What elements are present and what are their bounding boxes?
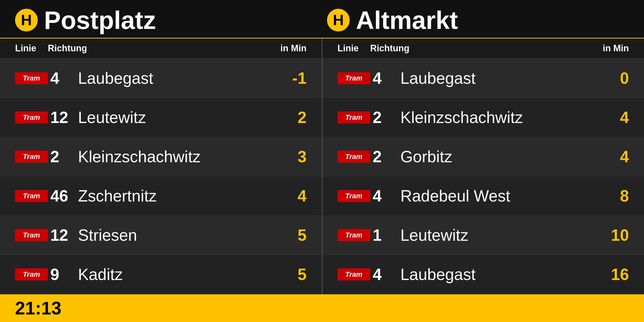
direction: Kleinzschachwitz xyxy=(400,108,589,127)
line-number: 4 xyxy=(370,187,400,205)
minutes: 0 xyxy=(589,69,629,88)
tram-badge: Tram xyxy=(15,229,48,241)
line-number: 9 xyxy=(48,265,78,284)
table-row: Tram 46 Zschertnitz 4 xyxy=(0,177,322,216)
tram-badge: Tram xyxy=(15,190,48,202)
station-header-altmarkt: H Altmarkt xyxy=(327,8,629,33)
table-row: Tram 9 Kaditz 5 xyxy=(0,255,322,294)
tram-badge: Tram xyxy=(338,229,370,241)
direction: Laubegast xyxy=(78,69,266,88)
main-container: H Postplatz H Altmarkt Linie Richtung in… xyxy=(0,0,644,322)
col-richtung-postplatz: Richtung xyxy=(48,43,78,54)
table-row: Tram 4 Radebeul West 8 xyxy=(323,177,644,216)
table-header-altmarkt: Linie Richtung in Min xyxy=(323,38,644,59)
line-number: 4 xyxy=(48,69,78,88)
line-number: 12 xyxy=(48,226,78,245)
table-row: Tram 4 Laubegast 16 xyxy=(323,255,644,294)
table-row: Tram 2 Kleinzschachwitz 4 xyxy=(323,98,644,137)
minutes: 16 xyxy=(589,265,629,284)
tram-badge: Tram xyxy=(15,151,48,163)
tram-badge: Tram xyxy=(338,190,370,202)
minutes: 3 xyxy=(266,147,307,166)
tram-badge: Tram xyxy=(338,111,370,124)
line-number: 1 xyxy=(370,226,400,245)
col-linie-postplatz: Linie xyxy=(15,43,48,54)
tram-badge: Tram xyxy=(338,72,370,84)
departure-table-altmarkt: Linie Richtung in Min Tram 4 Laubegast 0 xyxy=(323,38,644,294)
direction: Striesen xyxy=(78,226,266,245)
col-inmin-postplatz: in Min xyxy=(266,43,307,54)
tram-badge: Tram xyxy=(15,72,48,84)
direction: Gorbitz xyxy=(400,147,589,166)
footer: 21:13 xyxy=(0,294,644,322)
minutes: 10 xyxy=(589,226,629,245)
line-number: 2 xyxy=(370,147,400,166)
minutes: 8 xyxy=(589,187,629,205)
h-icon-altmarkt: H xyxy=(327,9,350,31)
h-letter-2: H xyxy=(333,13,344,28)
top-section: H Postplatz H Altmarkt Linie Richtung in… xyxy=(0,0,644,294)
minutes: 4 xyxy=(266,187,307,205)
line-number: 2 xyxy=(370,108,400,127)
table-row: Tram 4 Laubegast 0 xyxy=(323,59,644,98)
line-number: 4 xyxy=(370,69,400,88)
minutes: 4 xyxy=(589,108,629,127)
departure-table-postplatz: Linie Richtung in Min Tram 4 Laubegast -… xyxy=(0,38,322,294)
table-section: Linie Richtung in Min Tram 4 Laubegast -… xyxy=(0,38,644,294)
direction: Laubegast xyxy=(400,265,589,284)
table-rows-altmarkt: Tram 4 Laubegast 0 Tram 2 Kleinzschachwi… xyxy=(323,59,644,294)
tram-badge: Tram xyxy=(15,268,48,280)
col-linie-altmarkt: Linie xyxy=(338,43,370,54)
minutes: -1 xyxy=(266,69,307,88)
station-name-altmarkt: Altmarkt xyxy=(356,8,458,33)
table-header-postplatz: Linie Richtung in Min xyxy=(0,38,322,59)
table-row: Tram 4 Laubegast -1 xyxy=(0,59,322,98)
col-spacer-postplatz xyxy=(78,43,266,54)
table-row: Tram 12 Striesen 5 xyxy=(0,216,322,255)
col-richtung-altmarkt: Richtung xyxy=(370,43,400,54)
col-spacer-altmarkt xyxy=(400,43,589,54)
direction: Radebeul West xyxy=(400,187,589,205)
direction: Kaditz xyxy=(78,265,266,284)
table-row: Tram 1 Leutewitz 10 xyxy=(323,216,644,255)
tram-badge: Tram xyxy=(15,111,48,124)
header-row: H Postplatz H Altmarkt xyxy=(0,0,644,38)
line-number: 4 xyxy=(370,265,400,284)
line-number: 12 xyxy=(48,108,78,127)
minutes: 5 xyxy=(266,226,307,245)
tram-badge: Tram xyxy=(338,268,370,280)
h-icon-postplatz: H xyxy=(15,9,38,31)
h-letter: H xyxy=(21,13,32,28)
table-row: Tram 2 Kleinzschachwitz 3 xyxy=(0,137,322,176)
direction: Zschertnitz xyxy=(78,187,266,205)
minutes: 4 xyxy=(589,147,629,166)
direction: Laubegast xyxy=(400,69,589,88)
col-inmin-altmarkt: in Min xyxy=(589,43,629,54)
table-row: Tram 12 Leutewitz 2 xyxy=(0,98,322,137)
minutes: 2 xyxy=(266,108,307,127)
station-name-postplatz: Postplatz xyxy=(44,8,156,33)
table-row: Tram 2 Gorbitz 4 xyxy=(323,137,644,176)
direction: Kleinzschachwitz xyxy=(78,147,266,166)
time-display: 21:13 xyxy=(15,298,61,318)
direction: Leutewitz xyxy=(78,108,266,127)
station-header-postplatz: H Postplatz xyxy=(15,8,317,33)
tram-badge: Tram xyxy=(338,151,370,163)
line-number: 46 xyxy=(48,187,78,205)
line-number: 2 xyxy=(48,147,78,166)
minutes: 5 xyxy=(266,265,307,284)
direction: Leutewitz xyxy=(400,226,589,245)
table-rows-postplatz: Tram 4 Laubegast -1 Tram 12 Leutewitz 2 xyxy=(0,59,322,294)
